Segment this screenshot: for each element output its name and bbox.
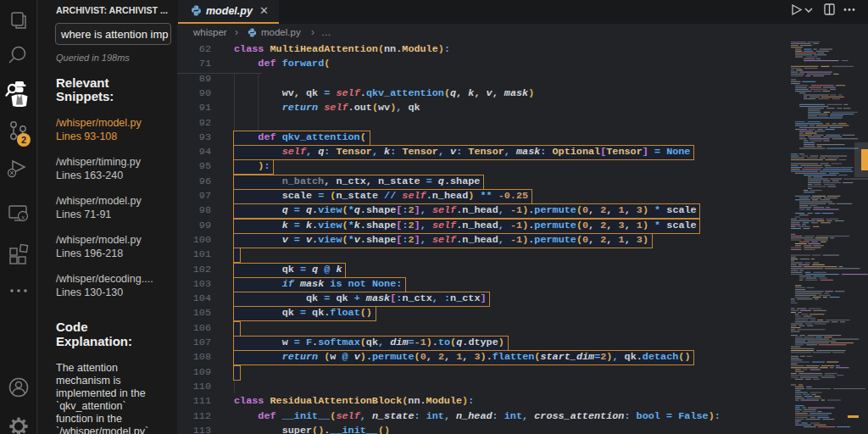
svg-text:2: 2 — [21, 135, 26, 145]
svg-text:x: x — [21, 214, 25, 221]
